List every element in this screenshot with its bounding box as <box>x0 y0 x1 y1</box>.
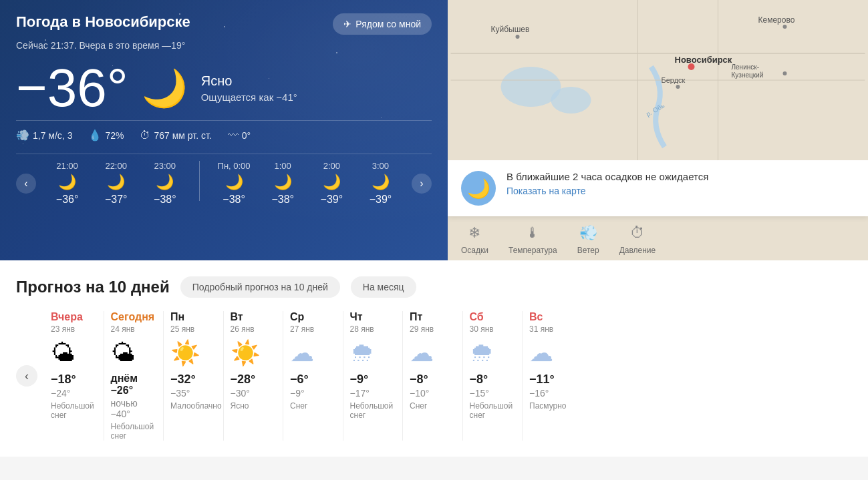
hour-item-21: 21:00 🌙 −36° <box>47 161 88 206</box>
day-low-sat: −15° <box>470 388 516 399</box>
day-card-fri: Пт 29 янв ☁ −8° −10° Снег <box>403 311 463 441</box>
near-me-button[interactable]: ✈ Рядом со мной <box>333 13 432 35</box>
pressure-detail: ⏱ 767 мм рт. ст. <box>140 130 211 142</box>
day-low-yesterday: −24° <box>51 388 97 399</box>
prev-day-button[interactable]: ‹ <box>16 365 37 387</box>
forecast-days: Вчера 23 янв 🌤 −18° −24° Небольшой снег … <box>44 311 582 441</box>
day-icon-wed: ☁ <box>290 339 336 367</box>
show-on-map-link[interactable]: Показать на карте <box>507 186 586 196</box>
feels-like: Ощущается как −41° <box>201 91 297 103</box>
pressure-icon: ⏱ <box>140 130 150 142</box>
forecast-title: Прогноз на 10 дней <box>16 278 170 296</box>
svg-point-2 <box>551 87 591 113</box>
day-low-wed: −9° <box>290 388 336 399</box>
wind-icon: 💨 <box>16 129 29 142</box>
hour-item-3: 3:00 🌙 −39° <box>360 161 400 206</box>
visibility-value: 0° <box>242 130 251 141</box>
hour-item-23: 23:00 🌙 −38° <box>145 161 185 206</box>
hour-temp-21: −36° <box>56 194 79 206</box>
weather-header: Погода в Новосибирске ✈ Рядом со мной <box>16 13 432 35</box>
day-icon-sun: ☁ <box>529 339 575 367</box>
day-desc-today: Небольшой снег <box>111 422 157 441</box>
hour-time-2: 2:00 <box>323 161 340 171</box>
day-card-tue: Вт 26 янв ☀️ −28° −30° Ясно <box>224 311 284 441</box>
day-icon-today: 🌤 <box>111 339 157 367</box>
day-icon-mon: ☀️ <box>170 339 216 367</box>
day-divider <box>199 161 200 201</box>
day-date-thu: 28 янв <box>350 324 396 334</box>
hour-icon-23: 🌙 <box>156 174 174 191</box>
day-desc-yesterday: Небольшой снег <box>51 401 97 420</box>
forecast-container: ‹ Вчера 23 янв 🌤 −18° −24° Небольшой сне… <box>16 311 852 441</box>
day-date-wed: 27 янв <box>290 324 336 334</box>
day-icon-fri: ☁ <box>410 339 456 367</box>
day-name-wed: Ср <box>290 311 336 323</box>
hour-icon-21: 🌙 <box>58 174 76 191</box>
day-low-tue: −30° <box>231 388 277 399</box>
location-icon: ✈ <box>343 19 351 29</box>
day-icon-yesterday: 🌤 <box>51 339 97 367</box>
day-high-thu: −9° <box>350 373 396 387</box>
day-card-sat: Сб 30 янв 🌨 −8° −15° Небольшой снег <box>463 311 523 441</box>
day-name-sat: Сб <box>470 311 516 323</box>
hour-item-1: 1:00 🌙 −38° <box>263 161 303 206</box>
map-background[interactable]: Куйбышев Кемерово Новосибирск Бердск Лен… <box>448 0 868 160</box>
svg-text:Куйбышев: Куйбышев <box>491 25 530 34</box>
condition-text: Ясно <box>201 73 297 89</box>
day-card-mon: Пн 25 янв ☀️ −32° −35° Малооблачно <box>164 311 224 441</box>
near-me-label: Рядом со мной <box>355 19 421 29</box>
condition-block: Ясно Ощущается как −41° <box>201 73 297 103</box>
prev-hour-button[interactable]: ‹ <box>16 174 36 194</box>
svg-point-8 <box>783 25 787 29</box>
hour-item-22: 22:00 🌙 −37° <box>96 161 136 206</box>
wind-value: 1,7 м/с, 3 <box>33 130 72 141</box>
day-low-mon: −35° <box>170 388 216 399</box>
city-title: Погода в Новосибирске <box>16 13 190 31</box>
day-desc-tue: Ясно <box>231 401 277 411</box>
hourly-section: ‹ 21:00 🌙 −36° 22:00 🌙 −37° 23:00 🌙 <box>16 154 432 206</box>
hour-icon-1: 🌙 <box>274 174 292 191</box>
map-control-wind[interactable]: 💨 Ветер <box>577 224 599 255</box>
hourly-items: 21:00 🌙 −36° 22:00 🌙 −37° 23:00 🌙 −38° <box>36 161 412 206</box>
humidity-detail: 💧 72% <box>88 129 124 142</box>
day-icon-thu: 🌨 <box>350 339 396 367</box>
day-desc-mon: Малооблачно <box>170 401 216 411</box>
day-date-yesterday: 23 янв <box>51 324 97 334</box>
map-control-pressure[interactable]: ⏱ Давление <box>619 224 656 255</box>
day-low-today: ночью −40° <box>111 398 157 419</box>
svg-text:Кемерово: Кемерово <box>758 15 795 25</box>
svg-text:Ленинск-: Ленинск- <box>732 63 759 71</box>
day-card-yesterday: Вчера 23 янв 🌤 −18° −24° Небольшой снег <box>44 311 104 441</box>
wind-detail: 💨 1,7 м/с, 3 <box>16 129 72 142</box>
svg-point-7 <box>516 35 520 39</box>
map-control-temperature[interactable]: 🌡 Температура <box>509 224 557 255</box>
svg-text:Новосибирск: Новосибирск <box>675 55 732 65</box>
day-name-sun: Вс <box>529 311 575 323</box>
precipitation-label: Осадки <box>461 246 488 255</box>
svg-text:Бердск: Бердск <box>662 76 686 84</box>
hour-time-0: Пн, 0:00 <box>218 161 251 171</box>
day-name-mon: Пн <box>170 311 216 323</box>
day-desc-wed: Снег <box>290 401 336 411</box>
monthly-forecast-button[interactable]: На месяц <box>351 276 416 298</box>
hour-temp-3: −39° <box>370 194 392 206</box>
hourly-scroll: ‹ 21:00 🌙 −36° 22:00 🌙 −37° 23:00 🌙 <box>16 161 432 206</box>
day-name-tue: Вт <box>231 311 277 323</box>
day-low-sun: −16° <box>529 388 575 399</box>
svg-point-11 <box>783 71 787 75</box>
detailed-forecast-button[interactable]: Подробный прогноз на 10 дней <box>180 276 340 298</box>
map-control-precipitation[interactable]: ❄ Осадки <box>461 224 488 255</box>
next-hour-button[interactable]: › <box>412 174 432 194</box>
day-card-today: Сегодня 24 янв 🌤 днём −26° ночью −40° Не… <box>104 311 164 441</box>
precipitation-panel: 🌙 В ближайшие 2 часа осадков не ожидаетс… <box>448 160 868 216</box>
hour-temp-0: −38° <box>223 194 245 206</box>
temperature-label: Температура <box>509 246 557 255</box>
day-desc-sat: Небольшой снег <box>470 401 516 420</box>
day-high-wed: −6° <box>290 373 336 387</box>
humidity-value: 72% <box>105 130 124 141</box>
hour-time-22: 22:00 <box>105 161 127 171</box>
hour-temp-2: −39° <box>321 194 343 206</box>
hour-temp-1: −38° <box>271 194 294 206</box>
precip-moon-icon: 🌙 <box>461 171 496 206</box>
visibility-icon: 〰 <box>228 130 239 142</box>
